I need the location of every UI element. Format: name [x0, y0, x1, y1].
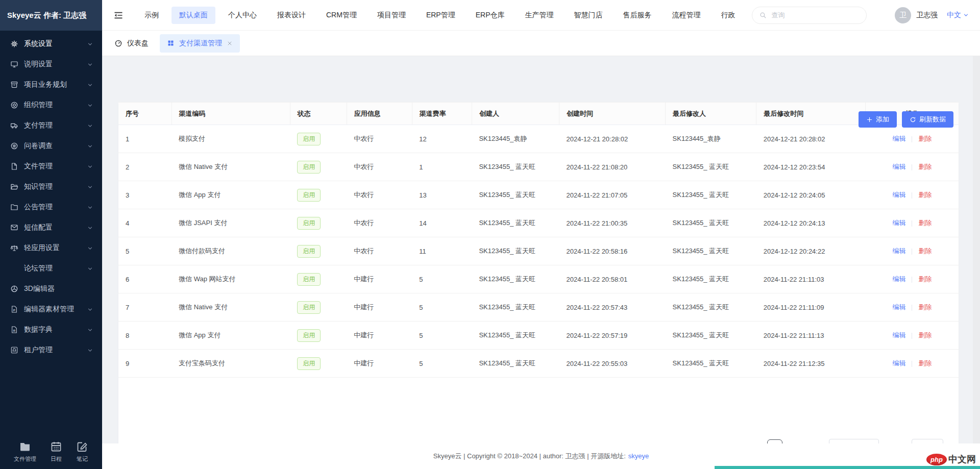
row-actions: 编辑删除	[866, 350, 959, 378]
sidebar-item-label: 项目业务规划	[24, 80, 67, 89]
sidebar-item[interactable]: 数据字典	[0, 319, 102, 340]
sidebar-item[interactable]: 3D编辑器	[0, 279, 102, 299]
cell-app-info: 中农行	[347, 209, 412, 237]
quick-item-icon	[19, 440, 31, 453]
sidebar-quick-item[interactable]: 文件管理	[14, 440, 36, 463]
delete-link[interactable]: 删除	[918, 163, 932, 170]
sidebar-item[interactable]: 说明设置	[0, 54, 102, 75]
delete-link[interactable]: 删除	[918, 303, 932, 311]
avatar[interactable]: 卫	[895, 7, 911, 23]
delete-link[interactable]: 删除	[918, 247, 932, 255]
action-divider	[912, 305, 912, 311]
sidebar-item[interactable]: 论坛管理	[0, 258, 102, 279]
dashboard-gauge-icon	[114, 39, 122, 47]
scrollbar[interactable]	[973, 56, 980, 443]
add-button[interactable]: 添加	[859, 111, 897, 128]
nav-tab[interactable]: 智慧门店	[566, 7, 610, 24]
sidebar-item[interactable]: 支付管理	[0, 115, 102, 136]
sidebar-item-icon	[10, 121, 18, 130]
nav-tab[interactable]: 示例	[137, 7, 166, 24]
status-badge: 启用	[297, 329, 321, 342]
quick-item-label: 文件管理	[14, 455, 36, 463]
footer-skyeye-link[interactable]: skyeye	[628, 452, 649, 460]
sidebar-item-icon	[10, 346, 18, 354]
edit-link[interactable]: 编辑	[892, 303, 905, 311]
edit-link[interactable]: 编辑	[892, 247, 905, 255]
action-divider	[912, 136, 912, 142]
menu-fold-icon[interactable]	[113, 10, 124, 20]
cell-channel-code: 微信 JSAPI 支付	[172, 209, 290, 237]
main-content: 添加 刷新数据 序号 渠道编码 状态 应用信息	[102, 56, 980, 443]
nav-tab[interactable]: 个人中心	[220, 7, 264, 24]
cell-modifier: SK123455_ 蓝天旺	[666, 350, 756, 378]
cell-index: 7	[118, 293, 172, 322]
cell-create-time: 2024-11-22 20:58:16	[559, 237, 665, 265]
sidebar-item[interactable]: 项目业务规划	[0, 75, 102, 95]
cell-app-info: 中农行	[347, 181, 412, 209]
language-selector[interactable]: 中文	[947, 11, 969, 20]
sidebar-item[interactable]: 文件管理	[0, 156, 102, 177]
sidebar-item[interactable]: 短信配置	[0, 217, 102, 238]
close-icon[interactable]	[227, 40, 233, 46]
edit-link[interactable]: 编辑	[892, 163, 905, 170]
cell-modifier: SK123455_ 蓝天旺	[666, 237, 756, 265]
sidebar-item[interactable]: 问卷调查	[0, 136, 102, 156]
nav-tab[interactable]: 报表设计	[270, 7, 313, 24]
delete-link[interactable]: 删除	[918, 135, 932, 142]
nav-tab[interactable]: CRM管理	[318, 7, 364, 24]
refresh-button[interactable]: 刷新数据	[902, 111, 953, 128]
chevron-down-icon	[87, 327, 93, 333]
col-index: 序号	[118, 103, 172, 125]
sidebar-item[interactable]: 编辑器素材管理	[0, 299, 102, 319]
sidebar-quick-item[interactable]: 日程	[50, 440, 62, 463]
user-name: 卫志强	[916, 11, 938, 20]
cell-modifier: SK123455_ 蓝天旺	[666, 181, 756, 209]
search-input[interactable]	[771, 11, 860, 19]
chevron-down-icon	[87, 205, 93, 210]
search-box[interactable]	[752, 7, 867, 24]
edit-link[interactable]: 编辑	[892, 331, 905, 339]
edit-link[interactable]: 编辑	[892, 275, 905, 283]
nav-tab[interactable]: 流程管理	[664, 7, 708, 24]
action-divider	[912, 164, 912, 170]
edit-link[interactable]: 编辑	[892, 219, 905, 227]
nav-tab[interactable]: ERP仓库	[468, 7, 512, 24]
nav-tab[interactable]: ERP管理	[419, 7, 463, 24]
nav-tab[interactable]: 行政	[713, 7, 743, 24]
sidebar-item-label: 组织管理	[24, 101, 53, 110]
cell-channel-code: 微信 Wap 网站支付	[172, 265, 290, 293]
delete-link[interactable]: 删除	[918, 275, 932, 283]
sidebar-item[interactable]: 公告管理	[0, 197, 102, 217]
nav-tab[interactable]: 默认桌面	[172, 7, 215, 24]
row-actions: 编辑删除	[866, 293, 959, 322]
sidebar-item[interactable]: 租户管理	[0, 340, 102, 360]
nav-tab[interactable]: 售后服务	[615, 7, 659, 24]
sidebar-item-icon	[10, 285, 18, 293]
tab-payment-channel[interactable]: 支付渠道管理	[160, 34, 240, 53]
sidebar-item[interactable]: 系统设置	[0, 34, 102, 54]
add-button-label: 添加	[876, 115, 889, 124]
cell-channel-rate: 5	[412, 350, 472, 378]
delete-link[interactable]: 删除	[918, 219, 932, 227]
delete-link[interactable]: 删除	[918, 359, 932, 367]
nav-tab[interactable]: 项目管理	[370, 7, 413, 24]
cell-index: 3	[118, 181, 172, 209]
delete-link[interactable]: 删除	[918, 191, 932, 199]
delete-link[interactable]: 删除	[918, 331, 932, 339]
edit-link[interactable]: 编辑	[892, 359, 905, 367]
cell-index: 4	[118, 209, 172, 237]
chevron-down-icon	[87, 41, 93, 47]
sidebar-item[interactable]: 轻应用设置	[0, 238, 102, 258]
tab-dashboard[interactable]: 仪表盘	[114, 39, 149, 48]
edit-link[interactable]: 编辑	[892, 191, 905, 199]
edit-link[interactable]: 编辑	[892, 135, 905, 142]
sidebar-quick-item[interactable]: 笔记	[76, 440, 88, 463]
nav-tab[interactable]: 生产管理	[517, 7, 561, 24]
cell-app-info: 中农行	[347, 237, 412, 265]
page-tab-strip: 仪表盘 支付渠道管理	[102, 31, 980, 56]
sidebar-item-label: 轻应用设置	[24, 243, 60, 253]
sidebar-item[interactable]: 组织管理	[0, 95, 102, 115]
sidebar-item[interactable]: 知识管理	[0, 177, 102, 197]
cell-channel-rate: 11	[412, 237, 472, 265]
action-divider	[912, 333, 912, 339]
